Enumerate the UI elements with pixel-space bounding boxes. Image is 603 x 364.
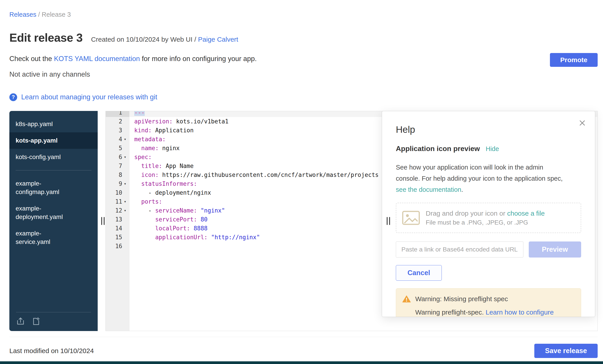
new-file-icon[interactable]: [32, 317, 41, 326]
gutter-line-number[interactable]: 4▾: [106, 135, 129, 144]
sidebar-footer: [9, 308, 98, 331]
icon-url-input[interactable]: [396, 242, 523, 257]
upload-file-icon[interactable]: [16, 317, 25, 326]
sidebar-footer-divider: [16, 312, 91, 312]
fold-toggle-icon[interactable]: ▾: [122, 197, 128, 206]
gutter-line-number[interactable]: 3: [106, 126, 129, 135]
warning-detail: Warning preflight-spec. Learn how to con…: [415, 309, 575, 316]
fold-toggle-icon[interactable]: ▾: [122, 179, 128, 188]
gutter-line-number[interactable]: 9▾: [106, 179, 129, 188]
gutter-line-number[interactable]: 5: [106, 144, 129, 153]
save-release-button[interactable]: Save release: [534, 344, 598, 358]
created-text: Created on 10/10/2024 by Web UI /: [91, 36, 196, 43]
breadcrumb-current: Release 3: [42, 11, 71, 18]
doc-hint-prefix: Check out the: [9, 55, 52, 63]
choose-file-link[interactable]: choose a file: [507, 210, 545, 217]
file-name: k8s-app.yaml: [16, 120, 53, 128]
page-title: Edit release 3: [9, 31, 82, 44]
help-description-line2: console. For help adding your icon to th…: [396, 175, 563, 182]
file-tree-item[interactable]: example-configmap.yaml: [9, 175, 98, 200]
file-name: kots-app.yaml: [16, 136, 58, 145]
git-help-link[interactable]: Learn about managing your releases with …: [21, 93, 157, 101]
warning-detail-text: Warning preflight-spec.: [415, 309, 484, 316]
breadcrumb-releases-link[interactable]: Releases: [9, 11, 36, 18]
file-tree-item[interactable]: example-deployment.yaml: [9, 200, 98, 225]
git-help-row: ? Learn about managing your releases wit…: [9, 92, 598, 102]
bottom-accent-bar: [0, 361, 603, 364]
question-mark-icon[interactable]: ?: [9, 93, 17, 101]
preview-button[interactable]: Preview: [529, 242, 581, 257]
channel-status: Not active in any channels: [9, 70, 598, 79]
file-name: example-service.yaml: [16, 229, 75, 246]
warning-triangle-icon: [402, 295, 411, 303]
file-name: example-configmap.yaml: [16, 179, 75, 196]
cancel-button[interactable]: Cancel: [396, 265, 442, 281]
file-tree-item[interactable]: k8s-app.yaml: [9, 116, 98, 132]
configure-preflight-link[interactable]: Learn how to configure: [486, 309, 554, 316]
gutter-line-number[interactable]: 11▾: [106, 197, 129, 206]
doc-hint: Check out the KOTS YAML documentation fo…: [9, 54, 598, 63]
gutter-line-number[interactable]: 16: [106, 242, 129, 251]
kots-yaml-docs-link[interactable]: KOTS YAML documentation: [54, 55, 140, 63]
gutter-line-number[interactable]: 13: [106, 215, 129, 224]
help-panel-resize-handle[interactable]: [387, 217, 390, 225]
file-tree-item[interactable]: example-service.yaml: [9, 225, 98, 250]
preflight-warning-box: Warning: Missing preflight spec Warning …: [396, 288, 581, 317]
sidebar-resize-handle[interactable]: [101, 217, 104, 225]
see-documentation-link[interactable]: see the documentation: [396, 186, 461, 193]
dropzone-file-types: File must be a .PNG, .JPEG, or .JPG: [426, 219, 545, 226]
dropzone-instruction: Drag and drop your icon or choose a file: [426, 210, 545, 217]
fold-toggle-icon[interactable]: ▾: [122, 135, 128, 144]
file-tree-divider: [16, 170, 92, 170]
gutter-line-number[interactable]: 14: [106, 224, 129, 233]
last-modified-text: Last modified on 10/10/2024: [9, 347, 94, 355]
file-name: kots-config.yaml: [16, 153, 61, 161]
file-tree-sidebar: k8s-app.yamlkots-app.yamlkots-config.yam…: [9, 111, 98, 331]
doc-hint-suffix: for more info on configuring your app.: [142, 55, 257, 63]
close-icon[interactable]: [579, 119, 586, 127]
help-description-line1: See how your application icon will look …: [396, 164, 543, 171]
page-footer: Last modified on 10/10/2024 Save release: [9, 337, 598, 358]
promote-button[interactable]: Promote: [550, 53, 598, 67]
author-link[interactable]: Paige Calvert: [198, 36, 238, 43]
help-panel-title: Help: [396, 124, 581, 135]
file-tree-item[interactable]: kots-config.yaml: [9, 149, 98, 165]
gutter-line-number[interactable]: 8: [106, 170, 129, 179]
edit-release-page: Releases / Release 3 Edit release 3 Crea…: [0, 0, 603, 364]
hide-link[interactable]: Hide: [486, 145, 499, 153]
created-info: Created on 10/10/2024 by Web UI / Paige …: [91, 36, 238, 43]
gutter-line-number[interactable]: 7: [106, 162, 129, 170]
icon-dropzone[interactable]: Drag and drop your icon or choose a file…: [396, 203, 581, 233]
workspace: k8s-app.yamlkots-app.yamlkots-config.yam…: [9, 111, 598, 331]
help-panel: Help Application icon preview Hide See h…: [382, 111, 595, 317]
dropzone-instruction-text: Drag and drop your icon or: [426, 210, 505, 217]
gutter-line-number[interactable]: 12▾: [106, 206, 129, 215]
help-description: See how your application icon will look …: [396, 162, 581, 195]
image-placeholder-icon: [402, 211, 420, 225]
gutter-line-number[interactable]: 10: [106, 188, 129, 197]
file-tree-item[interactable]: kots-app.yaml: [9, 132, 98, 149]
warning-title: Warning: Missing preflight spec: [415, 295, 508, 303]
breadcrumb-separator: /: [38, 11, 40, 18]
breadcrumb: Releases / Release 3: [9, 0, 598, 18]
fold-toggle-icon[interactable]: ▾: [122, 153, 128, 162]
icon-preview-section-title: Application icon preview: [396, 144, 480, 153]
gutter-line-number[interactable]: 15: [106, 233, 129, 242]
file-name: example-deployment.yaml: [16, 204, 75, 221]
gutter-line-number[interactable]: 1: [106, 111, 129, 117]
fold-toggle-icon[interactable]: ▾: [122, 206, 128, 215]
gutter-line-number[interactable]: 6▾: [106, 153, 129, 162]
gutter-line-number[interactable]: 2: [106, 117, 129, 126]
file-tree: k8s-app.yamlkots-app.yamlkots-config.yam…: [9, 116, 98, 250]
help-description-suffix: .: [461, 186, 463, 193]
